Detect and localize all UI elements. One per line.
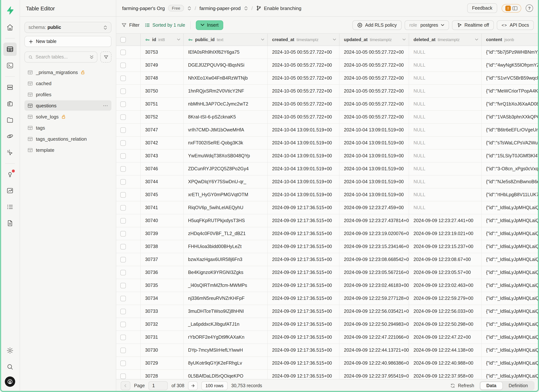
cell-id[interactable]: 30736 [141, 266, 184, 279]
org-name[interactable]: farming-paper's Org [122, 5, 165, 11]
row-checkbox-cell[interactable] [116, 357, 141, 369]
row-checkbox-cell[interactable] [116, 137, 141, 149]
cell-id[interactable]: 30743 [141, 149, 184, 162]
row-checkbox[interactable] [120, 218, 126, 223]
cell-created-at[interactable]: 2024-10-04 13:09:01.519+00 [268, 149, 339, 162]
cell-created-at[interactable]: 2024-09-09 12:17:36.515+00 [268, 201, 339, 214]
cell-created-at[interactable]: 2024-09-09 12:17:36.515+00 [268, 227, 339, 240]
table-editor-icon[interactable] [3, 43, 16, 56]
table-row[interactable]: 30732 _La6pddxcKJIbgufATJ1n 2024-09-09 1… [116, 318, 539, 331]
table-row[interactable]: 30731 rYbORF2e4YgDt9fKAXaKn 2024-09-09 1… [116, 331, 539, 344]
cell-content[interactable]: {"id":"_Id9aLyJpMHQLaiQC [482, 201, 539, 214]
cell-content[interactable]: {"id":"B6tr6eEFLrOVgeUmH [482, 124, 539, 136]
cell-updated-at[interactable]: 2024-10-04 13:09:01.519+00 [339, 176, 409, 188]
search-tables-box[interactable] [24, 52, 97, 62]
project-switcher-icon[interactable] [244, 6, 248, 10]
sidebar-table-item[interactable]: solve_logs [24, 111, 111, 122]
cell-public-id[interactable]: _l40sQIRTmMZfcm-MWMPs [184, 279, 268, 292]
cell-updated-at[interactable]: 2024-09-09 12:22:59.277128+00 [339, 292, 409, 305]
row-checkbox[interactable] [120, 347, 126, 353]
edge-functions-icon[interactable] [3, 129, 16, 143]
cell-created-at[interactable]: 2024-09-09 12:17:36.515+00 [268, 318, 339, 330]
cell-content[interactable]: {"id":"_Id9aLyJpMHQLaiQC [482, 227, 539, 240]
cell-created-at[interactable]: 2024-09-09 12:17:36.515+00 [268, 331, 339, 344]
cell-updated-at[interactable]: 2024-09-09 12:23:05.567216+00 [339, 266, 409, 279]
table-row[interactable]: 30739 zHDq4c0F0VBF_TL2_dBZ1 2024-09-09 1… [116, 227, 539, 240]
org-switcher-icon[interactable] [187, 6, 191, 10]
api-docs-button[interactable]: <> API Docs [497, 20, 534, 30]
plan-badge[interactable]: Free [168, 5, 184, 11]
table-row[interactable]: 30750 1hnRQjxSRm2V0VticY2NF 2024-10-05 0… [116, 85, 539, 98]
cell-public-id[interactable]: rYbORF2e4YgDt9fKAXaKn [184, 331, 268, 344]
cell-deleted-at[interactable]: 2024-09-09 12:23:05.57+00 [409, 266, 482, 279]
row-checkbox-cell[interactable] [116, 72, 141, 84]
column-header-id[interactable]: id int8 [141, 34, 184, 46]
select-all-checkbox[interactable] [120, 37, 126, 42]
cell-public-id[interactable]: nxFT002ISeRE-Qobg3K3k [184, 137, 268, 149]
logs-icon[interactable] [3, 200, 16, 214]
page-input[interactable] [149, 381, 168, 390]
row-checkbox[interactable] [120, 127, 126, 133]
chevron-down-icon[interactable] [475, 38, 478, 41]
user-avatar[interactable] [5, 377, 15, 387]
row-checkbox-cell[interactable] [116, 266, 141, 279]
cell-updated-at[interactable]: 2024-09-09 12:23:15.234146+00 [339, 240, 409, 253]
row-checkbox[interactable] [120, 49, 126, 55]
cell-id[interactable]: 30731 [141, 331, 184, 344]
column-header-deleted-at[interactable]: deleted_at timestamptz [409, 34, 482, 46]
add-rls-policy-button[interactable]: Add RLS policy [353, 20, 402, 30]
table-row[interactable]: 30733 3muDHTceTWso9IZj8hHNI 2024-09-09 1… [116, 305, 539, 318]
cell-created-at[interactable]: 2024-10-05 00:55:27.722+00 [268, 59, 339, 72]
table-row[interactable]: 30730 DYp-7mcyMSIrHefLYIwwH 2024-09-09 1… [116, 344, 539, 357]
row-checkbox[interactable] [120, 335, 126, 340]
role-select[interactable]: role postgres [405, 20, 449, 30]
cell-id[interactable]: 30737 [141, 253, 184, 266]
cell-created-at[interactable]: 2024-09-09 12:17:36.515+00 [268, 344, 339, 356]
table-row[interactable]: 30741 RiqOV6p_5wihLeIAEQyhU 2024-09-09 1… [116, 201, 539, 214]
cell-public-id[interactable]: RiqOV6p_5wihLeIAEQyhU [184, 201, 268, 214]
table-row[interactable]: 30728 0L5BAfDaLDl5rQOiqeKPO 2024-09-09 1… [116, 370, 539, 379]
cell-content[interactable]: {"id":"_Id9aLyJpMHQLaiQC [482, 240, 539, 253]
cell-deleted-at[interactable]: NULL [409, 59, 482, 72]
table-row[interactable]: 30736 Be4KignzoK9YRGNI3Zgks 2024-09-09 1… [116, 266, 539, 279]
cell-content[interactable]: {"id":"_Id9aLyJpMHQLaiQC [482, 214, 539, 227]
cell-public-id[interactable]: nbMhHL3AP7OcCJymc2wT2 [184, 98, 268, 110]
cell-deleted-at[interactable]: NULL [409, 111, 482, 123]
row-checkbox-cell[interactable] [116, 124, 141, 136]
cell-public-id[interactable]: H5uqFKpRUTPkjxdysT3HS [184, 214, 268, 227]
row-checkbox[interactable] [120, 101, 126, 107]
sidebar-table-item[interactable]: tags_questions_relation [24, 134, 111, 144]
column-header-created-at[interactable]: created_at timestamptz [268, 34, 339, 46]
previous-page-button[interactable] [121, 381, 130, 390]
cell-created-at[interactable]: 2024-09-09 12:17:36.515+00 [268, 266, 339, 279]
cell-updated-at[interactable]: 2024-09-09 12:23:19.020076+00 [339, 227, 409, 240]
cell-deleted-at[interactable]: 2024-09-09 12:22:56.033+00 [409, 305, 482, 318]
cell-deleted-at[interactable]: 2024-09-09 12:22:44.138+00 [409, 344, 482, 356]
table-row[interactable]: 30740 H5uqFKpRUTPkjxdysT3HS 2024-09-09 1… [116, 214, 539, 227]
table-row[interactable]: 30752 8KraI-tSI-6-pSZcknaK5 2024-10-05 0… [116, 111, 539, 124]
cell-created-at[interactable]: 2024-09-09 12:17:36.515+00 [268, 240, 339, 253]
sidebar-table-item[interactable]: template [24, 145, 111, 155]
row-checkbox[interactable] [120, 140, 126, 146]
cell-content[interactable]: {"id":"sTsWaLCPsVA2WuK2 [482, 137, 539, 149]
cell-id[interactable]: 30749 [141, 59, 184, 72]
table-row[interactable]: 30735 _l40sQIRTmMZfcm-MWMPs 2024-09-09 1… [116, 279, 539, 292]
cell-public-id[interactable]: vrIh7CMD-JtM1bOweMHfA [184, 124, 268, 136]
table-row[interactable]: 30746 ZDCunRYJP2CQ5Z8Po2Gy4 2024-10-04 1… [116, 163, 539, 176]
row-checkbox-cell[interactable] [116, 176, 141, 188]
cell-id[interactable]: 30734 [141, 292, 184, 305]
cell-public-id[interactable]: zHDq4c0F0VBF_TL2_dBZ1 [184, 227, 268, 240]
cell-content[interactable]: {"id":"fvrQ1bXoJ6XaAD08G [482, 98, 539, 110]
cell-created-at[interactable]: 2024-10-05 00:55:27.722+00 [268, 72, 339, 84]
cell-deleted-at[interactable]: NULL [409, 188, 482, 201]
row-checkbox[interactable] [120, 257, 126, 262]
auth-icon[interactable] [3, 97, 16, 110]
home-icon[interactable] [3, 21, 16, 34]
filter-tables-button[interactable] [100, 52, 111, 62]
row-checkbox[interactable] [120, 114, 126, 120]
table-row[interactable]: 30745 xrETI_HyGY0mPMGVqtOTM 2024-10-04 1… [116, 188, 539, 201]
cell-public-id[interactable]: xrETI_HyGY0mPMGVqtOTM [184, 188, 268, 201]
cell-content[interactable]: {"id":"15LSIyT0JGMf3Kl4Vn [482, 149, 539, 162]
cell-public-id[interactable]: 0L5BAfDaLDl5rQOiqeKPO [184, 370, 268, 379]
rows-per-page-button[interactable]: 100 rows [201, 381, 227, 390]
